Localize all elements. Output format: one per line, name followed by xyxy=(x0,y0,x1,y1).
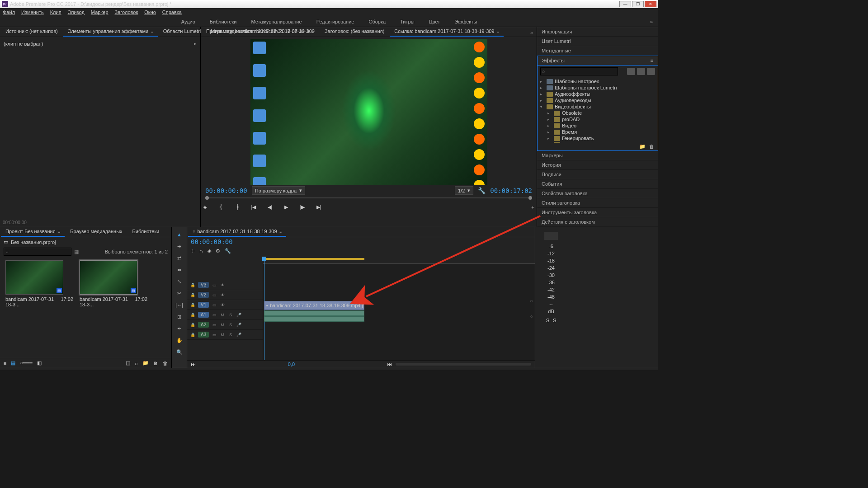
maximize-button[interactable]: ❐ xyxy=(632,1,644,7)
track-head-A1[interactable]: 🔒A1▭MS🎤 xyxy=(187,310,263,320)
freeform-view-icon[interactable]: ○━━━ xyxy=(20,360,33,366)
timeline-track-area[interactable]: ▪bandicam 2017-07-31 18-38-19-309.mp4 [V… xyxy=(263,257,535,360)
side-panel-Действия с заголовком[interactable]: Действия с заголовком xyxy=(537,217,658,227)
effects-tree[interactable]: ▸Шаблоны настроек▸Шаблоны настроек Lumet… xyxy=(538,77,658,143)
step-back-icon[interactable]: ◀| xyxy=(266,203,274,211)
marker-icon[interactable]: ◈ xyxy=(208,248,211,254)
effects-tree-item[interactable]: ▸Аудиоэффекты xyxy=(538,91,658,97)
track-head-A2[interactable]: 🔒A2▭MS🎤 xyxy=(187,320,263,330)
workspace-Метажурналирование[interactable]: Метажурналирование xyxy=(250,17,302,26)
mark-in-icon[interactable]: ⎨ xyxy=(217,203,225,211)
add-button-icon[interactable]: ＋ xyxy=(528,203,537,211)
delete-icon[interactable]: 🗑 xyxy=(649,144,654,150)
sort-icon[interactable]: ◧ xyxy=(37,360,42,366)
track-head-V3[interactable]: 🔒V3▭👁 xyxy=(187,280,263,290)
track-head-V2[interactable]: 🔒V2▭👁 xyxy=(187,290,263,300)
effects-tree-item[interactable]: ▸Видео xyxy=(538,122,658,129)
timeline-sequence-tab[interactable]: bandicam 2017-07-31 18-38-19-309≡ xyxy=(188,227,286,237)
side-panel-Подписи[interactable]: Подписи xyxy=(537,170,658,179)
side-panel-Цвет Lumetri[interactable]: Цвет Lumetri xyxy=(537,37,658,46)
tab[interactable]: Программа: bandicam 2017-07-31 18-38-19-… xyxy=(202,27,319,37)
side-panel-Свойства заголовка[interactable]: Свойства заголовка xyxy=(537,189,658,198)
rolling-tool-icon[interactable]: ⇔ xyxy=(175,265,184,274)
tab[interactable]: Элементы управления эффектами≡ xyxy=(63,27,158,37)
tab[interactable]: Области Lumetri xyxy=(159,27,205,37)
menu-Файл[interactable]: Файл xyxy=(3,9,15,15)
workspace-overflow-icon[interactable]: » xyxy=(650,19,653,24)
panel-menu-icon[interactable]: ≡ xyxy=(151,30,153,34)
settings-icon[interactable]: ⚙ xyxy=(216,248,220,254)
goto-end-icon[interactable]: ⏭ xyxy=(191,361,196,367)
goto-next-icon[interactable]: ⏮ xyxy=(387,361,392,367)
zoom-tool-icon[interactable]: 🔍 xyxy=(175,347,184,357)
effects-panel-header[interactable]: Эффекты ≡ xyxy=(537,56,658,66)
workspace-Эффекты[interactable]: Эффекты xyxy=(453,17,478,26)
timeline-ruler[interactable] xyxy=(263,257,535,264)
tab[interactable]: Библиотеки xyxy=(128,227,164,237)
resolution-select[interactable]: 1/2▾ xyxy=(455,186,473,195)
tab[interactable]: Проект: Без названия≡ xyxy=(1,227,65,237)
audio-clip-a2[interactable] xyxy=(264,316,364,322)
goto-out-icon[interactable]: ▶| xyxy=(315,203,323,211)
list-view-icon[interactable]: ≡ xyxy=(4,361,6,366)
panel-menu-icon[interactable]: ≡ xyxy=(497,30,500,34)
new-bin-icon[interactable]: 📁 xyxy=(142,360,149,366)
tab[interactable]: Источник: (нет клипов) xyxy=(1,27,62,37)
effects-search-input[interactable] xyxy=(540,67,618,75)
new-item-icon[interactable]: 🗎 xyxy=(153,361,158,366)
effects-tree-item[interactable]: ▸Шаблоны настроек xyxy=(538,78,658,84)
auto-match-icon[interactable]: ◫ xyxy=(126,360,130,366)
side-panel-Стили заголовка[interactable]: Стили заголовка xyxy=(537,198,658,208)
audio-clip-a1[interactable] xyxy=(264,310,364,316)
filter-icon[interactable]: ▦ xyxy=(74,249,79,255)
workspace-Цвет[interactable]: Цвет xyxy=(428,17,441,26)
close-button[interactable]: ✕ xyxy=(645,1,656,7)
goto-in-icon[interactable]: |◀ xyxy=(250,203,258,211)
effects-tree-item[interactable]: ▾Видеоэффекты xyxy=(538,103,658,110)
menu-Маркер[interactable]: Маркер xyxy=(91,9,108,15)
video-clip[interactable]: ▪bandicam 2017-07-31 18-38-19-309.mp4 [V… xyxy=(264,301,364,310)
play-icon[interactable]: ▶ xyxy=(282,203,290,211)
settings-icon[interactable]: 🔧 xyxy=(478,187,486,194)
menu-Клип[interactable]: Клип xyxy=(50,9,61,15)
slide-tool-icon[interactable]: ⊞ xyxy=(175,312,184,321)
program-timecode-left[interactable]: 00:00:00:00 xyxy=(205,187,247,194)
timeline-zoom[interactable]: 0,0 xyxy=(199,361,383,367)
preset-icon-3[interactable] xyxy=(647,68,655,75)
trash-icon[interactable]: 🗑 xyxy=(163,361,168,366)
panel-menu-icon[interactable]: ≡ xyxy=(280,230,282,234)
effects-tree-item[interactable]: ▸proDAD xyxy=(538,116,658,122)
workspace-Редактирование[interactable]: Редактирование xyxy=(316,17,355,26)
panel-menu-icon[interactable]: ≡ xyxy=(58,230,61,234)
panel-menu-icon[interactable]: ≡ xyxy=(651,58,653,63)
razor-tool-icon[interactable]: ✂ xyxy=(175,289,184,298)
effects-tree-item[interactable]: ▸Obsolete xyxy=(538,110,658,116)
menu-Заголовок[interactable]: Заголовок xyxy=(115,9,138,15)
menu-Изменить[interactable]: Изменить xyxy=(21,9,44,15)
new-bin-icon[interactable]: 📁 xyxy=(639,144,646,150)
effects-tree-item[interactable]: ▸Время xyxy=(538,129,658,135)
preset-icon-1[interactable] xyxy=(627,68,635,75)
hand-tool-icon[interactable]: ✋ xyxy=(175,336,184,345)
side-panel-История[interactable]: История xyxy=(537,160,658,170)
icon-view-icon[interactable]: ▦ xyxy=(11,360,15,366)
side-panel-Метаданные[interactable]: Метаданные xyxy=(537,46,658,56)
panel-overflow-icon[interactable]: » xyxy=(528,28,536,37)
minimize-button[interactable]: — xyxy=(619,1,631,7)
project-search-input[interactable] xyxy=(4,248,71,256)
track-select-tool-icon[interactable]: ⇥ xyxy=(175,242,184,251)
slip-tool-icon[interactable]: |↔| xyxy=(175,300,184,310)
menu-Окно[interactable]: Окно xyxy=(144,9,156,15)
side-panel-Инструменты заголовка[interactable]: Инструменты заголовка xyxy=(537,208,658,217)
menu-Эпизод[interactable]: Эпизод xyxy=(68,9,85,15)
effects-tree-item[interactable]: ▸Генерировать xyxy=(538,135,658,141)
side-panel-События[interactable]: События xyxy=(537,179,658,189)
tab[interactable]: Ссылка: bandicam 2017-07-31 18-38-19-309… xyxy=(390,27,504,37)
workspace-Аудио[interactable]: Аудио xyxy=(180,17,196,26)
effects-tree-item[interactable]: ▸Шаблоны настроек Lumetri xyxy=(538,84,658,91)
workspace-Сборка[interactable]: Сборка xyxy=(368,17,387,26)
pen-tool-icon[interactable]: ✒ xyxy=(175,324,184,333)
menu-Справка[interactable]: Справка xyxy=(162,9,182,15)
project-clip[interactable]: ▤bandicam 2017-07-31 18-3...17:02 xyxy=(5,260,73,307)
panel-collapse-icon[interactable]: ▸ xyxy=(194,41,197,47)
